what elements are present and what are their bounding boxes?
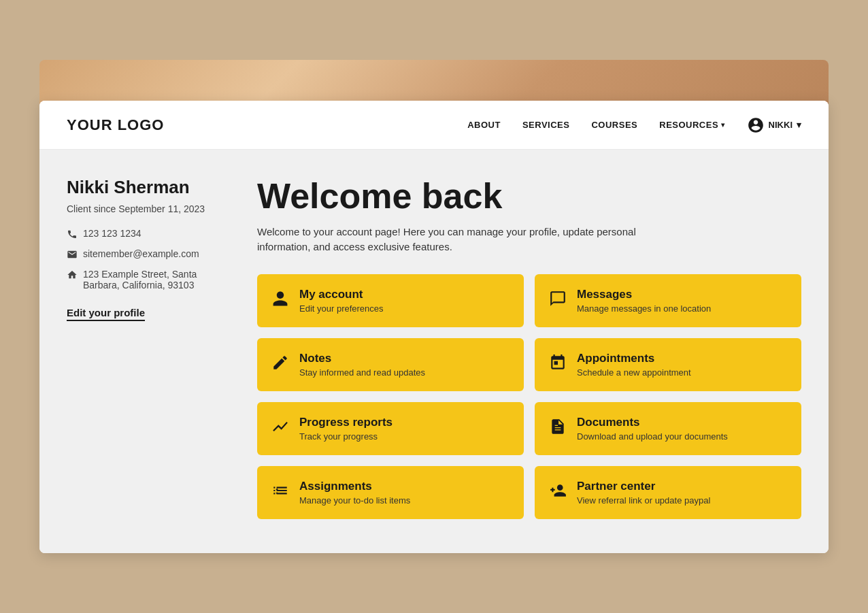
card-partner-text: Partner center View referral link or upd… [577,480,710,506]
phone-item: 123 123 1234 [67,228,230,242]
card-progress-text: Progress reports Track your progress [299,416,393,442]
card-my-account-text: My account Edit your preferences [299,288,384,314]
nav-courses[interactable]: COURSES [591,120,637,130]
phone-svg [67,229,78,239]
partner-icon [548,482,567,503]
card-progress-reports[interactable]: Progress reports Track your progress [257,402,524,455]
documents-icon [548,418,567,440]
card-notes[interactable]: Notes Stay informed and read updates [257,338,524,391]
main-content: Welcome back Welcome to your account pag… [257,177,801,518]
assignments-icon [271,482,290,503]
card-notes-text: Notes Stay informed and read updates [299,352,425,378]
card-documents-subtitle: Download and upload your documents [577,431,728,442]
card-notes-title: Notes [299,352,425,365]
address-icon [67,269,78,282]
cards-grid: My account Edit your preferences Messag [257,274,801,519]
card-assignments-title: Assignments [299,480,410,493]
card-messages-subtitle: Manage messages in one location [577,303,711,314]
nav-services[interactable]: SERVICES [522,120,570,130]
card-my-account[interactable]: My account Edit your preferences [257,274,524,327]
card-partner-subtitle: View referral link or update paypal [577,495,710,506]
card-documents-text: Documents Download and upload your docum… [577,416,728,442]
card-my-account-subtitle: Edit your preferences [299,303,384,314]
sidebar: Nikki Sherman Client since September 11,… [67,177,230,518]
navbar: YOUR LOGO ABOUT SERVICES COURSES RESOURC… [39,101,829,150]
client-since: Client since September 11, 2023 [67,203,230,214]
card-assignments-subtitle: Manage your to-do list items [299,495,410,506]
user-circle-icon [747,116,765,134]
card-partner-center[interactable]: Partner center View referral link or upd… [535,466,801,519]
welcome-subtitle: Welcome to your account page! Here you c… [257,225,665,255]
logo[interactable]: YOUR LOGO [67,116,164,134]
contact-info: 123 123 1234 sitemember@example.com [67,228,230,291]
card-documents-title: Documents [577,416,728,429]
progress-icon [271,418,290,440]
email-item: sitemember@example.com [67,248,230,262]
nav-links: ABOUT SERVICES COURSES RESOURCES ▾ NIKKI… [467,116,801,134]
address-item: 123 Example Street, Santa Barbara, Calif… [67,269,230,291]
phone-icon [67,229,78,242]
chevron-down-icon: ▾ [797,120,801,130]
card-messages[interactable]: Messages Manage messages in one location [535,274,801,327]
nav-user[interactable]: NIKKI ▾ [747,116,801,134]
card-progress-subtitle: Track your progress [299,431,393,442]
welcome-title: Welcome back [257,177,801,216]
home-svg [67,269,78,280]
card-documents[interactable]: Documents Download and upload your docum… [535,402,801,455]
card-appointments-subtitle: Schedule a new appointment [577,367,691,378]
email-svg [67,249,78,260]
card-my-account-title: My account [299,288,384,301]
email-icon [67,249,78,262]
body-content: Nikki Sherman Client since September 11,… [39,150,829,552]
account-icon [271,290,290,312]
notes-icon [271,354,290,376]
nav-resources[interactable]: RESOURCES ▾ [659,120,724,130]
card-messages-title: Messages [577,288,711,301]
main-card: YOUR LOGO ABOUT SERVICES COURSES RESOURC… [39,101,829,552]
user-name: Nikki Sherman [67,177,230,198]
address-text: 123 Example Street, Santa Barbara, Calif… [83,269,230,291]
card-appointments-title: Appointments [577,352,691,365]
email-text: sitemember@example.com [83,248,199,259]
card-messages-text: Messages Manage messages in one location [577,288,711,314]
card-appointments[interactable]: Appointments Schedule a new appointment [535,338,801,391]
outer-wrapper: YOUR LOGO ABOUT SERVICES COURSES RESOURC… [39,60,829,552]
card-notes-subtitle: Stay informed and read updates [299,367,425,378]
card-assignments-text: Assignments Manage your to-do list items [299,480,410,506]
phone-text: 123 123 1234 [83,228,141,239]
messages-icon [548,290,567,312]
card-progress-title: Progress reports [299,416,393,429]
nav-about[interactable]: ABOUT [467,120,501,130]
edit-profile-link[interactable]: Edit your profile [67,307,145,321]
card-appointments-text: Appointments Schedule a new appointment [577,352,691,378]
card-partner-title: Partner center [577,480,710,493]
card-assignments[interactable]: Assignments Manage your to-do list items [257,466,524,519]
appointments-icon [548,354,567,376]
chevron-down-icon: ▾ [721,121,725,129]
